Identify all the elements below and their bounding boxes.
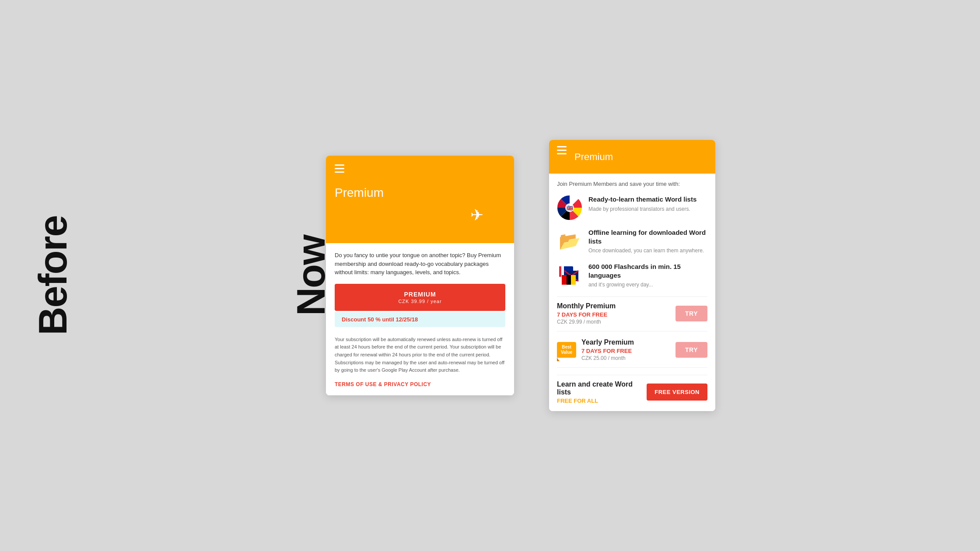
free-plan-title: Learn and create Word lists [557,380,647,396]
svg-text:🇬🇧: 🇬🇧 [567,205,573,211]
plane-icon: ✈ [470,208,497,223]
free-plan-info: Learn and create Word lists FREE FOR ALL [557,380,647,404]
divider-1 [557,296,707,297]
feature-1-title: Ready-to-learn thematic Word lists [588,195,696,204]
monthly-plan-free: 7 DAYS FOR FREE [557,311,616,318]
divider-2 [557,375,707,375]
feature-2-description: Once downloaded, you can learn them anyw… [588,247,707,255]
premium-button-label: PREMIUM [342,291,498,298]
yearly-try-button[interactable]: TRY [676,342,707,358]
free-version-section: Learn and create Word lists FREE FOR ALL… [557,380,707,404]
svg-rect-10 [562,275,567,285]
join-text: Join Premium Members and save your time … [557,181,707,187]
yearly-plan-price: CZK 25.00 / month [581,355,670,361]
before-header-decoration: ✈ [326,208,514,243]
feature-3-icon [557,262,582,288]
feature-row-2: 📂 Offline learning for downloaded Word l… [557,228,707,255]
svg-rect-5 [559,266,561,277]
feature-3-text: 600 000 Flashcards in min. 15 languages … [588,262,707,289]
feature-3-title: 600 000 Flashcards in min. 15 languages [588,262,707,279]
free-for-all-label: FREE FOR ALL [557,398,647,404]
terms-link[interactable]: TERMS OF USE & PRIVACY POLICY [335,381,505,387]
now-phone: Premium Join Premium Members and save yo… [549,140,715,411]
yearly-plan-free: 7 DAYS FOR FREE [581,348,670,354]
hamburger-menu-icon[interactable] [335,164,345,173]
yearly-plan-info: Yearly Premium 7 DAYS FOR FREE CZK 25.00… [581,338,670,361]
feature-3-description: and it's growing every day... [588,281,707,289]
free-version-button[interactable]: FREE VERSION [647,384,707,401]
before-header-title: Premium [335,186,505,200]
premium-button-subtitle: CZK 39.99 / year [342,299,498,304]
monthly-plan-row: Monthly Premium 7 DAYS FOR FREE CZK 29.9… [557,302,707,331]
best-value-tag: Best Value [557,342,576,358]
now-label: Now [289,235,334,316]
feature-1-icon: 🇬🇧 [557,195,582,220]
fine-print: Your subscription will be automatically … [335,336,505,374]
before-description: Do you fancy to untie your tongue on ano… [335,251,505,277]
feature-1-text: Ready-to-learn thematic Word lists Made … [588,195,696,213]
monthly-plan-title: Monthly Premium [557,302,616,310]
monthly-plan-price: CZK 29.99 / month [557,319,616,325]
now-header-title: Premium [574,151,613,163]
feature-2-title: Offline learning for downloaded Word lis… [588,228,707,245]
before-header: Premium ✈ [326,156,514,243]
feature-1-description: Made by professional translators and use… [588,206,696,213]
monthly-plan-info: Monthly Premium 7 DAYS FOR FREE CZK 29.9… [557,302,616,325]
yearly-plan-title: Yearly Premium [581,338,670,346]
now-body: Join Premium Members and save your time … [549,174,715,411]
feature-row-1: 🇬🇧 Ready-to-learn thematic Word lists Ma… [557,195,707,220]
premium-button[interactable]: PREMIUM CZK 39.99 / year [335,284,505,311]
before-label: Before [31,216,76,335]
discount-bar: Discount 50 % until 12/25/18 [335,312,505,327]
now-hamburger-icon[interactable] [557,146,567,154]
before-body: Do you fancy to untie your tongue on ano… [326,243,514,395]
svg-rect-11 [571,275,576,285]
yearly-plan-row: Best Value Yearly Premium 7 DAYS FOR FRE… [557,338,707,368]
before-phone: Premium ✈ Do you fancy to untie your ton… [326,156,514,395]
now-header: Premium [549,140,715,174]
feature-2-icon: 📂 [557,228,582,254]
discount-text: Discount 50 % until 12/25/18 [342,316,418,323]
feature-2-text: Offline learning for downloaded Word lis… [588,228,707,255]
monthly-try-button[interactable]: TRY [676,306,707,321]
feature-row-3: 600 000 Flashcards in min. 15 languages … [557,262,707,289]
